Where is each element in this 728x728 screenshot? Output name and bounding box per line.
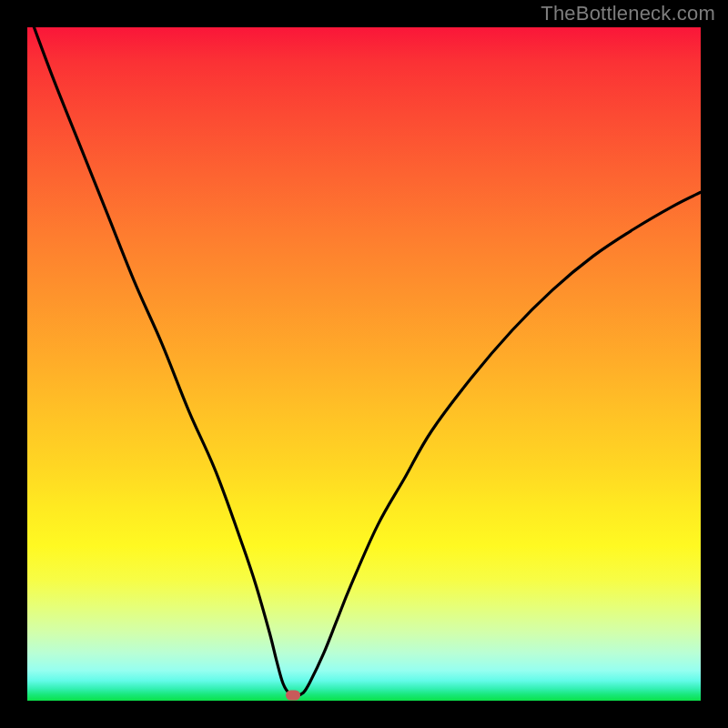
- bottleneck-curve: [27, 27, 701, 701]
- chart-frame: TheBottleneck.com: [0, 0, 728, 728]
- plot-area: [27, 27, 701, 701]
- watermark-text: TheBottleneck.com: [541, 2, 715, 25]
- optimum-marker: [286, 691, 300, 701]
